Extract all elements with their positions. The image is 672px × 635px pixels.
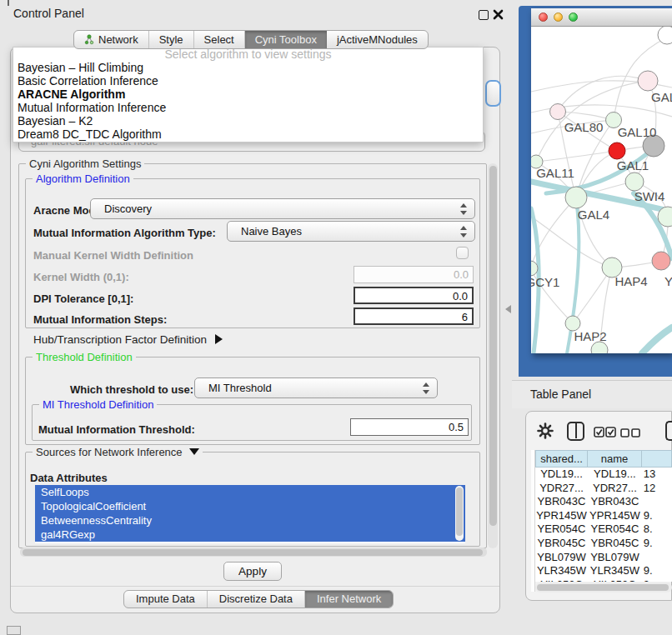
kernel-width-field[interactable]: 0.0	[354, 266, 474, 283]
sources-group-title[interactable]: Sources for Network Inference	[33, 446, 203, 458]
network-node-gal4[interactable]	[565, 187, 587, 208]
split-pane-collapse-icon[interactable]	[505, 305, 511, 313]
data-attributes-list: SelfLoops TopologicalCoefficient Between…	[35, 485, 465, 543]
tab-impute-data[interactable]: Impute Data	[124, 591, 208, 608]
svg-text:GAL1: GAL1	[617, 158, 649, 172]
stepper-arrows-icon	[460, 203, 467, 215]
list-item[interactable]: SelfLoops	[35, 485, 465, 499]
minimize-traffic-light[interactable]	[554, 12, 563, 22]
network-window-titlebar[interactable]	[531, 8, 672, 27]
hub-section-toggle[interactable]: Hub/Transcription Factor Definition	[33, 333, 223, 346]
table-row[interactable]: YER054CYER054C8.	[535, 522, 672, 537]
close-traffic-light[interactable]	[539, 12, 548, 22]
table-row[interactable]: YBL079WYBL079W	[535, 551, 672, 565]
tab-jactivemnodules[interactable]: jActiveMNodules	[327, 31, 428, 48]
table-row[interactable]: YDL19...YDL19...13	[535, 468, 672, 482]
tab-style[interactable]: Style	[149, 31, 194, 48]
gear-icon[interactable]	[537, 422, 554, 439]
tab-infer-network[interactable]: Infer Network	[305, 591, 393, 608]
column-header[interactable]: shared...	[535, 450, 588, 468]
mi-threshold-group-title: MI Threshold Definition	[39, 398, 157, 411]
svg-text:SWI4: SWI4	[634, 189, 665, 203]
dropdown-item-selected[interactable]: ARACNE Algorithm	[13, 88, 483, 101]
dropdown-item[interactable]: Bayesian – Hill Climbing	[13, 61, 483, 74]
network-node-gal1[interactable]	[625, 172, 644, 191]
manual-kernel-width-label: Manual Kernel Width Definition	[33, 249, 193, 262]
dropdown-item[interactable]: Dream8 DC_TDC Algorithm	[13, 128, 483, 141]
inference-algorithm-combobox-sliver[interactable]	[485, 80, 501, 107]
dpi-tolerance-field[interactable]: 0.0	[354, 287, 474, 304]
table-row[interactable]: YIL052CYIL052C9.	[535, 578, 672, 582]
attributes-list-scrollbar[interactable]	[455, 486, 464, 541]
settings-horizontal-scrollbar[interactable]	[20, 548, 487, 557]
data-attributes-label: Data Attributes	[30, 472, 108, 484]
svg-text:GAL11: GAL11	[536, 166, 574, 180]
mi-steps-field[interactable]: 6	[354, 308, 474, 325]
divider	[11, 586, 499, 587]
stepper-arrows-icon	[423, 382, 429, 394]
settings-vertical-scrollbar[interactable]	[488, 163, 498, 548]
table-row[interactable]: YDR27...YDR27...12	[535, 482, 672, 496]
dropdown-item[interactable]: Basic Correlation Inference	[13, 74, 483, 88]
network-node[interactable]	[638, 71, 658, 91]
dropdown-prompt: Select algorithm to view settings	[13, 48, 483, 61]
mi-threshold-field[interactable]: 0.5	[350, 418, 469, 436]
tab-discretize-data[interactable]: Discretize Data	[208, 591, 305, 608]
threshold-definition-title: Threshold Definition	[33, 351, 136, 363]
select-all-checkboxes-icon[interactable]	[594, 427, 617, 438]
network-icon	[84, 34, 94, 45]
apply-button[interactable]: Apply	[223, 562, 282, 581]
split-table-icon[interactable]	[567, 422, 584, 441]
dropdown-item[interactable]: Mutual Information Inference	[13, 101, 483, 114]
mi-threshold-label: Mutual Information Threshold:	[38, 423, 195, 436]
table-row[interactable]: YBR043CYBR043C	[535, 495, 672, 509]
svg-text:HAP2: HAP2	[574, 329, 606, 343]
zoom-traffic-light[interactable]	[569, 12, 578, 22]
tab-select[interactable]: Select	[194, 31, 245, 48]
algorithm-dropdown-list: Select algorithm to view settings Bayesi…	[13, 47, 484, 142]
column-header[interactable]: name	[588, 450, 642, 468]
svg-text:HAP4: HAP4	[614, 274, 647, 288]
mi-steps-label: Mutual Information Steps:	[33, 313, 167, 326]
svg-text:GAL10: GAL10	[618, 125, 657, 139]
list-item[interactable]: gal4RGexp	[35, 528, 465, 542]
list-item[interactable]: TopologicalCoefficient	[35, 499, 465, 513]
mi-algorithm-type-combobox[interactable]: Naive Bayes	[227, 221, 475, 242]
manual-kernel-width-checkbox[interactable]	[456, 247, 469, 259]
tab-cyni-toolbox[interactable]: Cyni Toolbox	[245, 31, 327, 48]
dock-handle-icon[interactable]	[7, 626, 21, 635]
deselect-all-checkboxes-icon[interactable]	[620, 428, 642, 438]
table-header-row: shared... name	[535, 450, 672, 468]
which-threshold-combobox[interactable]: MI Threshold	[194, 378, 438, 398]
frame-tick	[8, 0, 9, 6]
float-window-icon[interactable]	[479, 10, 489, 20]
table-function-icon[interactable]	[665, 421, 672, 441]
aracne-mode-combobox[interactable]: Discovery	[90, 198, 475, 219]
close-icon[interactable]	[493, 9, 504, 20]
network-node-gal80[interactable]	[550, 104, 566, 120]
expand-arrow-icon	[215, 334, 223, 344]
svg-text:Y: Y	[664, 274, 672, 288]
mi-algorithm-type-label: Mutual Information Algorithm Type:	[33, 227, 216, 239]
svg-text:GAL80: GAL80	[564, 120, 604, 134]
tab-network-label: Network	[98, 33, 138, 46]
table-horizontal-scrollbar[interactable]	[535, 582, 672, 592]
algorithm-definition-title: Algorithm Definition	[33, 172, 133, 185]
network-node[interactable]	[591, 342, 608, 353]
network-canvas[interactable]: GAL GAL80 GAL10 GAL1 GAL11 SWI4 GAL4 GCY…	[531, 27, 672, 353]
column-header[interactable]	[642, 450, 672, 468]
table-row[interactable]: YBR045CYBR045C9.	[535, 537, 672, 551]
network-node-selected[interactable]	[609, 142, 625, 159]
svg-text:GCY1: GCY1	[531, 275, 559, 289]
table-body: YDL19...YDL19...13 YDR27...YDR27...12 YB…	[535, 468, 672, 582]
tab-network[interactable]: Network	[74, 31, 149, 48]
svg-text:GAL4: GAL4	[578, 208, 609, 222]
dropdown-item[interactable]: Bayesian – K2	[13, 114, 483, 128]
table-row[interactable]: YLR345WYLR345W9.	[535, 564, 672, 578]
network-node[interactable]	[652, 252, 670, 270]
list-item[interactable]: BetweennessCentrality	[35, 513, 465, 528]
table-panel-title: Table Panel	[530, 388, 591, 401]
table-row[interactable]: YPR145WYPR145W9.	[535, 509, 672, 523]
control-panel-tabbar: Network Style Select Cyni Toolbox jActiv…	[73, 30, 429, 49]
dpi-tolerance-label: DPI Tolerance [0,1]:	[33, 292, 133, 305]
